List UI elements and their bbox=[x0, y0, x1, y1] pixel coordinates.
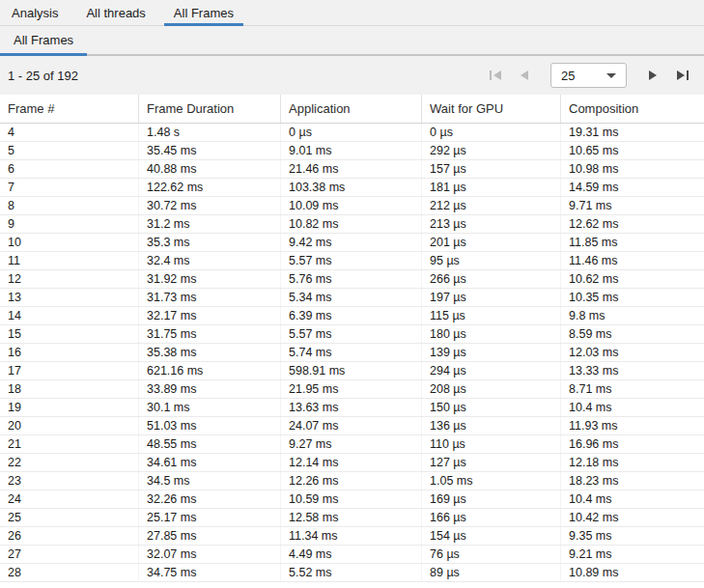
column-header-frame-duration[interactable]: Frame Duration bbox=[139, 95, 281, 123]
table-row[interactable]: 24 32.26 ms 10.59 ms 169 µs 10.4 ms bbox=[0, 490, 704, 509]
cell-wait-for-gpu: 0 µs bbox=[422, 124, 561, 141]
table-row[interactable]: 11 32.4 ms 5.57 ms 95 µs 11.46 ms bbox=[0, 252, 704, 270]
cell-frame-number: 13 bbox=[0, 289, 139, 306]
cell-application: 103.38 ms bbox=[281, 179, 422, 196]
cell-application: 5.76 ms bbox=[281, 270, 422, 288]
dropdown-caret-icon bbox=[606, 73, 616, 78]
cell-composition: 16.96 ms bbox=[561, 435, 704, 453]
cell-composition: 8.71 ms bbox=[561, 380, 704, 398]
tab-analysis[interactable]: Analysis bbox=[2, 0, 68, 25]
table-row[interactable]: 5 35.45 ms 9.01 ms 292 µs 10.65 ms bbox=[0, 142, 704, 160]
table-row[interactable]: 12 31.92 ms 5.76 ms 266 µs 10.62 ms bbox=[0, 270, 704, 289]
cell-frame-duration: 27.85 ms bbox=[139, 527, 281, 545]
cell-frame-number: 28 bbox=[0, 564, 139, 581]
cell-composition: 12.03 ms bbox=[561, 344, 704, 361]
cell-application: 21.95 ms bbox=[281, 380, 422, 398]
cell-composition: 9.8 ms bbox=[561, 307, 704, 324]
table-row[interactable]: 25 25.17 ms 12.58 ms 166 µs 10.42 ms bbox=[0, 509, 704, 527]
cell-application: 5.52 ms bbox=[281, 564, 422, 581]
table-row[interactable]: 8 30.72 ms 10.09 ms 212 µs 9.71 ms bbox=[0, 197, 704, 215]
cell-frame-duration: 31.75 ms bbox=[139, 325, 281, 343]
table-row[interactable]: 17 621.16 ms 598.91 ms 294 µs 13.33 ms bbox=[0, 362, 704, 380]
cell-wait-for-gpu: 157 µs bbox=[422, 160, 561, 178]
cell-wait-for-gpu: 150 µs bbox=[422, 399, 561, 416]
cell-application: 9.42 ms bbox=[281, 234, 422, 251]
table-row[interactable]: 15 31.75 ms 5.57 ms 180 µs 8.59 ms bbox=[0, 325, 704, 344]
pager-controls: 25 bbox=[481, 63, 696, 88]
cell-wait-for-gpu: 294 µs bbox=[422, 362, 561, 379]
cell-application: 5.74 ms bbox=[281, 344, 422, 361]
page-size-dropdown[interactable]: 25 bbox=[550, 63, 627, 88]
cell-composition: 13.33 ms bbox=[561, 362, 704, 379]
cell-composition: 10.4 ms bbox=[561, 490, 704, 508]
cell-application: 9.27 ms bbox=[281, 435, 422, 453]
table-row[interactable]: 23 34.5 ms 12.26 ms 1.05 ms 18.23 ms bbox=[0, 472, 704, 490]
cell-wait-for-gpu: 166 µs bbox=[422, 509, 561, 526]
cell-wait-for-gpu: 292 µs bbox=[422, 142, 561, 159]
table-row[interactable]: 21 48.55 ms 9.27 ms 110 µs 16.96 ms bbox=[0, 435, 704, 454]
cell-composition: 14.59 ms bbox=[561, 179, 704, 196]
table-row[interactable]: 27 32.07 ms 4.49 ms 76 µs 9.21 ms bbox=[0, 546, 704, 564]
last-page-button[interactable] bbox=[674, 68, 690, 83]
cell-frame-duration: 32.4 ms bbox=[139, 252, 281, 269]
cell-wait-for-gpu: 154 µs bbox=[422, 527, 561, 545]
table-row[interactable]: 10 35.3 ms 9.42 ms 201 µs 11.85 ms bbox=[0, 234, 704, 252]
cell-frame-number: 8 bbox=[0, 197, 139, 214]
cell-composition: 8.59 ms bbox=[561, 325, 704, 343]
cell-application: 12.14 ms bbox=[281, 454, 422, 471]
table-row[interactable]: 16 35.38 ms 5.74 ms 139 µs 12.03 ms bbox=[0, 344, 704, 362]
cell-frame-duration: 122.62 ms bbox=[139, 179, 281, 196]
cell-application: 598.91 ms bbox=[281, 362, 422, 379]
cell-frame-number: 18 bbox=[0, 380, 139, 398]
frames-table: Frame # Frame Duration Application Wait … bbox=[0, 95, 704, 588]
cell-frame-number: 9 bbox=[0, 215, 139, 233]
cell-wait-for-gpu: 213 µs bbox=[422, 215, 561, 233]
table-row[interactable]: 7 122.62 ms 103.38 ms 181 µs 14.59 ms bbox=[0, 179, 704, 197]
column-header-wait-for-gpu[interactable]: Wait for GPU bbox=[422, 95, 561, 123]
tab-all-frames[interactable]: All Frames bbox=[164, 0, 243, 25]
next-page-button[interactable] bbox=[645, 68, 661, 83]
table-row[interactable]: 20 51.03 ms 24.07 ms 136 µs 11.93 ms bbox=[0, 417, 704, 435]
cell-wait-for-gpu: 89 µs bbox=[422, 564, 561, 581]
cell-wait-for-gpu: 266 µs bbox=[422, 270, 561, 288]
cell-application: 5.57 ms bbox=[281, 325, 422, 343]
table-row[interactable]: 4 1.48 s 0 µs 0 µs 19.31 ms bbox=[0, 124, 704, 142]
cell-frame-duration: 34.61 ms bbox=[139, 454, 281, 471]
cell-frame-duration: 51.03 ms bbox=[139, 417, 281, 434]
next-page-icon bbox=[648, 70, 658, 81]
table-row[interactable]: 14 32.17 ms 6.39 ms 115 µs 9.8 ms bbox=[0, 307, 704, 325]
table-row[interactable]: 26 27.85 ms 11.34 ms 154 µs 9.35 ms bbox=[0, 527, 704, 546]
cell-frame-number: 23 bbox=[0, 472, 139, 490]
cell-application: 9.01 ms bbox=[281, 142, 422, 159]
table-row[interactable]: 28 34.75 ms 5.52 ms 89 µs 10.89 ms bbox=[0, 564, 704, 582]
cell-frame-number: 7 bbox=[0, 179, 139, 196]
column-header-application[interactable]: Application bbox=[281, 95, 422, 123]
cell-composition: 12.18 ms bbox=[561, 454, 704, 471]
first-page-button[interactable] bbox=[488, 68, 503, 83]
table-row[interactable]: 19 30.1 ms 13.63 ms 150 µs 10.4 ms bbox=[0, 399, 704, 417]
tab-all-threads[interactable]: All threads bbox=[76, 0, 155, 25]
table-row[interactable]: 18 33.89 ms 21.95 ms 208 µs 8.71 ms bbox=[0, 380, 704, 399]
cell-application: 11.34 ms bbox=[281, 527, 422, 545]
cell-frame-duration: 32.17 ms bbox=[139, 307, 281, 324]
cell-composition: 11.85 ms bbox=[561, 234, 704, 251]
table-row[interactable]: 6 40.88 ms 21.46 ms 157 µs 10.98 ms bbox=[0, 160, 704, 179]
cell-application: 21.46 ms bbox=[281, 160, 422, 178]
cell-composition: 10.35 ms bbox=[561, 289, 704, 306]
cell-composition: 10.62 ms bbox=[561, 270, 704, 288]
table-row[interactable]: 22 34.61 ms 12.14 ms 127 µs 12.18 ms bbox=[0, 454, 704, 472]
cell-frame-duration: 35.45 ms bbox=[139, 142, 281, 159]
subtab-all-frames[interactable]: All Frames bbox=[0, 26, 87, 54]
cell-application: 5.34 ms bbox=[281, 289, 422, 306]
pagination-bar: 1 - 25 of 192 25 bbox=[0, 56, 704, 95]
cell-composition: 9.35 ms bbox=[561, 527, 704, 545]
cell-application: 4.49 ms bbox=[281, 546, 422, 563]
table-row[interactable]: 9 31.2 ms 10.82 ms 213 µs 12.62 ms bbox=[0, 215, 704, 234]
column-header-composition[interactable]: Composition bbox=[561, 95, 704, 123]
cell-wait-for-gpu: 180 µs bbox=[422, 325, 561, 343]
cell-wait-for-gpu: 110 µs bbox=[422, 435, 561, 453]
column-header-frame-number[interactable]: Frame # bbox=[0, 95, 139, 123]
previous-page-button[interactable] bbox=[517, 68, 532, 83]
sub-tab-bar: All Frames bbox=[0, 26, 704, 56]
table-row[interactable]: 13 31.73 ms 5.34 ms 197 µs 10.35 ms bbox=[0, 289, 704, 307]
